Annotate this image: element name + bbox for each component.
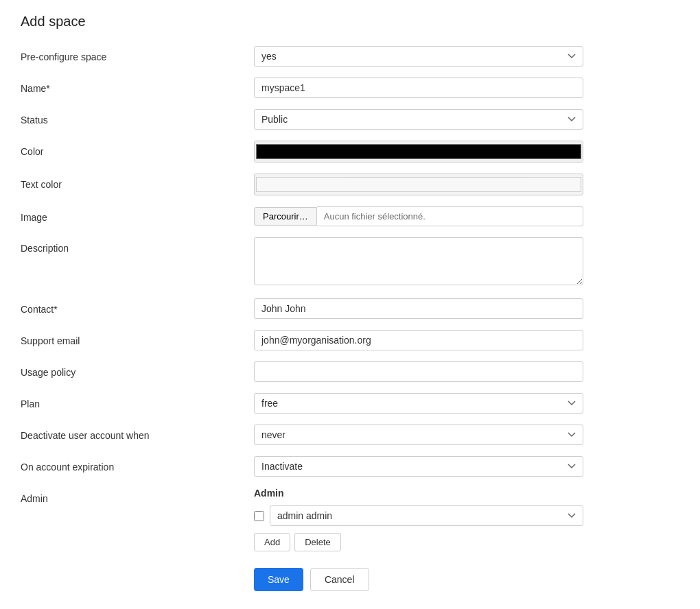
browse-button[interactable]: Parcourir… xyxy=(254,207,317,226)
support-email-label: Support email xyxy=(21,330,254,346)
status-control: Public Private xyxy=(254,109,583,130)
expiration-label: On account expiration xyxy=(21,456,254,473)
text-color-input[interactable] xyxy=(255,174,583,195)
description-control xyxy=(254,237,583,287)
save-button[interactable]: Save xyxy=(254,568,303,591)
admin-checkbox[interactable] xyxy=(254,511,264,521)
admin-user-select[interactable]: admin admin xyxy=(270,505,583,526)
text-color-label: Text color xyxy=(21,174,254,190)
usage-policy-input[interactable] xyxy=(254,361,583,382)
usage-policy-label: Usage policy xyxy=(21,361,254,378)
description-input[interactable] xyxy=(254,237,583,285)
status-label: Status xyxy=(21,109,254,126)
page-title: Add space xyxy=(21,14,679,29)
color-control xyxy=(254,141,583,163)
color-row: Color xyxy=(21,141,679,163)
deactivate-select[interactable]: never expired xyxy=(254,425,583,445)
color-input[interactable] xyxy=(255,141,583,162)
expiration-control: Inactivate Delete xyxy=(254,456,583,477)
support-email-control xyxy=(254,330,583,350)
deactivate-control: never expired xyxy=(254,425,583,445)
image-row: Image Parcourir… Aucun fichier sélection… xyxy=(21,206,679,226)
text-color-row: Text color xyxy=(21,174,679,195)
add-button[interactable]: Add xyxy=(254,533,290,551)
contact-control xyxy=(254,298,583,319)
file-input-row: Parcourir… Aucun fichier sélectionné. xyxy=(254,206,583,226)
color-label: Color xyxy=(21,141,254,157)
name-row: Name* xyxy=(21,77,679,98)
color-picker-wrapper xyxy=(254,141,583,163)
usage-policy-row: Usage policy xyxy=(21,361,679,382)
support-email-input[interactable] xyxy=(254,330,583,350)
pre-configure-select[interactable]: yes no xyxy=(254,46,583,67)
expiration-row: On account expiration Inactivate Delete xyxy=(21,456,679,477)
admin-section: Admin admin admin Add Delete xyxy=(254,488,583,551)
usage-policy-control xyxy=(254,361,583,382)
description-row: Description xyxy=(21,237,679,287)
support-email-row: Support email xyxy=(21,330,679,350)
form-actions: Save Cancel xyxy=(21,568,679,591)
status-row: Status Public Private xyxy=(21,109,679,130)
expiration-select[interactable]: Inactivate Delete xyxy=(254,456,583,477)
pre-configure-control: yes no xyxy=(254,46,583,67)
name-control xyxy=(254,77,583,98)
description-label: Description xyxy=(21,237,254,254)
contact-input[interactable] xyxy=(254,298,583,319)
status-select[interactable]: Public Private xyxy=(254,109,583,130)
pre-configure-row: Pre-configure space yes no xyxy=(21,46,679,67)
plan-select[interactable]: free basic pro xyxy=(254,393,583,414)
delete-button[interactable]: Delete xyxy=(294,533,341,551)
deactivate-label: Deactivate user account when xyxy=(21,425,254,441)
plan-label: Plan xyxy=(21,393,254,409)
admin-user-row: admin admin xyxy=(254,505,583,526)
name-input[interactable] xyxy=(254,77,583,98)
admin-action-buttons: Add Delete xyxy=(254,533,583,551)
admin-row: Admin Admin admin admin Add Delete xyxy=(21,488,679,551)
cancel-button[interactable]: Cancel xyxy=(310,568,369,591)
plan-control: free basic pro xyxy=(254,393,583,414)
image-label: Image xyxy=(21,206,254,223)
image-control: Parcourir… Aucun fichier sélectionné. xyxy=(254,206,583,226)
contact-label: Contact* xyxy=(21,298,254,315)
name-label: Name* xyxy=(21,77,254,94)
plan-row: Plan free basic pro xyxy=(21,393,679,414)
file-name-display: Aucun fichier sélectionné. xyxy=(317,206,583,226)
text-color-picker-wrapper xyxy=(254,174,583,195)
admin-label: Admin xyxy=(21,488,254,504)
text-color-control xyxy=(254,174,583,195)
admin-section-header: Admin xyxy=(254,488,583,499)
contact-row: Contact* xyxy=(21,298,679,319)
deactivate-row: Deactivate user account when never expir… xyxy=(21,425,679,445)
pre-configure-label: Pre-configure space xyxy=(21,46,254,62)
